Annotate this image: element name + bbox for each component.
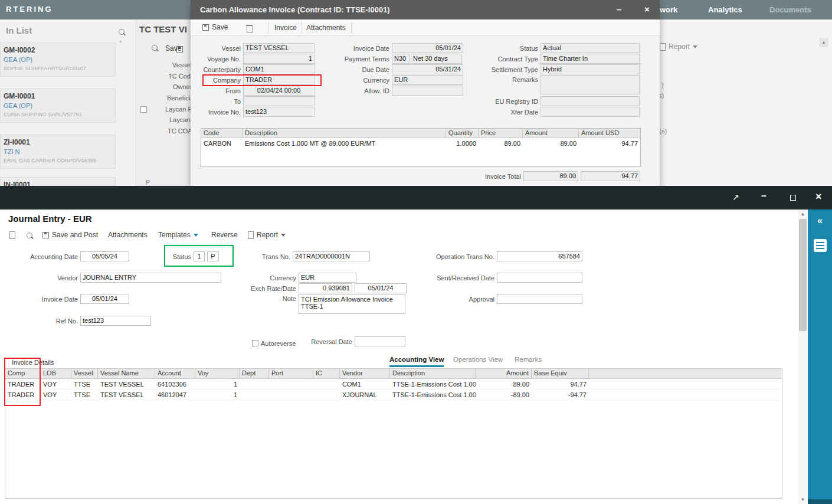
status-flag-input[interactable]: P — [207, 251, 219, 261]
operation-trans-no-input[interactable]: 657584 — [497, 251, 582, 261]
invoice-date-input[interactable]: 05/01/24 — [392, 43, 463, 53]
col-lob[interactable]: LOB — [41, 369, 71, 378]
templates-dropdown[interactable]: Templates — [158, 231, 198, 239]
currency-input[interactable]: EUR — [299, 273, 356, 283]
col-base-equiv[interactable]: Base Equiv — [532, 369, 589, 378]
close-icon[interactable]: × — [644, 4, 650, 14]
vessel-input[interactable]: TEST VESSEL — [243, 43, 315, 53]
reverse-button[interactable]: Reverse — [211, 231, 238, 239]
dialog-titlebar[interactable]: Carbon Allowance Invoice (Contract ID: T… — [191, 0, 660, 19]
exch-rate-input[interactable]: 0.939081 — [299, 283, 352, 293]
col-amount[interactable]: Amount — [476, 369, 532, 378]
due-date-input[interactable]: 05/31/24 — [392, 64, 463, 74]
new-document-icon[interactable] — [9, 231, 15, 239]
note-input[interactable]: TCI Emission Allowance Invoice TTSE-1 — [299, 294, 405, 314]
voyage-no-input[interactable]: 1 — [243, 54, 315, 64]
col-account[interactable]: Account — [155, 369, 195, 378]
exch-date-input[interactable]: 05/01/24 — [355, 283, 407, 293]
search-icon[interactable] — [118, 28, 126, 36]
tab-accounting-view[interactable]: Accounting View — [389, 356, 444, 367]
save-and-post-button[interactable]: Save and Post — [42, 231, 98, 239]
open-in-window-icon[interactable]: ↗ — [732, 192, 739, 202]
col-amount[interactable]: Amount — [523, 129, 579, 138]
minimize-icon[interactable]: – — [761, 191, 767, 201]
journal-titlebar[interactable]: ↗ – × — [0, 186, 832, 210]
form-list-icon[interactable] — [814, 239, 827, 252]
tc-save-button[interactable]: Save — [165, 44, 181, 53]
nav-item-analytics[interactable]: Analytics — [708, 5, 742, 14]
col-vessel[interactable]: Vessel — [71, 369, 98, 378]
save-button[interactable]: Save — [202, 23, 228, 31]
scroll-down-icon[interactable]: ▼ — [798, 497, 808, 502]
tab-remarks[interactable]: Remarks — [515, 356, 542, 365]
bg-scrollbar-track[interactable] — [819, 47, 828, 186]
contract-link[interactable]: TZI N — [4, 148, 113, 155]
from-input[interactable]: 02/04/24 00:00 — [243, 86, 315, 96]
nav-item-work[interactable]: work — [660, 5, 677, 14]
col-comp[interactable]: Comp — [5, 369, 41, 378]
ref-no-input[interactable]: test123 — [80, 316, 151, 326]
col-voy[interactable]: Voy — [195, 369, 240, 378]
tab-invoice[interactable]: Invoice — [274, 24, 297, 32]
close-icon[interactable]: × — [815, 191, 822, 203]
attachments-button[interactable]: Attachments — [108, 231, 148, 239]
to-input[interactable] — [243, 96, 315, 106]
currency-input[interactable]: EUR — [392, 75, 463, 85]
status-input[interactable]: Actual — [541, 43, 640, 53]
list-item[interactable]: ZI-I0001 TZI N ERAL GAS CARRIER CORPO/V5… — [0, 135, 116, 169]
sent-received-date-input[interactable] — [497, 273, 582, 283]
settlement-type-input[interactable]: Hybrid — [541, 64, 640, 74]
col-amount-usd[interactable]: Amount USD — [579, 129, 640, 138]
counterparty-input[interactable]: COM1 — [243, 64, 315, 74]
scrollbar-thumb[interactable] — [799, 219, 807, 331]
status-code-input[interactable]: 1 — [194, 251, 205, 261]
accounting-date-input[interactable]: 05/05/24 — [80, 251, 129, 261]
approval-input[interactable] — [497, 294, 582, 304]
list-item[interactable]: GM-I0001 GEA (OP) CURIA SHIPPING SARL/V5… — [0, 89, 116, 123]
bg-scroll-up-button[interactable]: ▲ — [819, 38, 828, 47]
col-vendor[interactable]: Vendor — [340, 369, 390, 378]
scroll-up-icon[interactable]: ▲ — [798, 211, 808, 217]
search-icon[interactable] — [26, 232, 34, 240]
invoice-no-input[interactable]: test123 — [243, 107, 315, 117]
delete-icon[interactable] — [247, 25, 253, 32]
minimize-icon[interactable]: – — [617, 4, 621, 14]
vertical-scrollbar[interactable]: ▲ ▼ — [798, 210, 808, 504]
col-quantity[interactable]: Quantity — [446, 129, 479, 138]
invoice-date-input[interactable]: 05/01/24 — [80, 294, 129, 304]
reversal-date-input[interactable] — [355, 336, 405, 346]
col-dept[interactable]: Dept — [240, 369, 269, 378]
table-row[interactable]: TRADER VOY TTSE TEST VESSEL 64103306 1 C… — [5, 379, 782, 390]
remarks-input[interactable] — [541, 75, 640, 94]
report-dropdown[interactable]: Report — [660, 42, 697, 51]
list-scroll-up-icon[interactable]: ▲ — [119, 39, 123, 43]
xfer-date-input[interactable] — [541, 107, 640, 117]
contract-type-input[interactable]: Time Charter In — [541, 54, 640, 64]
report-dropdown[interactable]: Report — [248, 231, 286, 239]
tab-operations-view[interactable]: Operations View — [453, 356, 503, 365]
autoreverse-checkbox[interactable] — [252, 340, 258, 346]
col-port[interactable]: Port — [269, 369, 313, 378]
col-description[interactable]: Description — [390, 369, 476, 378]
company-input[interactable]: TRADER — [243, 75, 315, 85]
laycan-from-checkbox[interactable] — [140, 106, 147, 113]
col-vessel-name[interactable]: Vessel Name — [98, 369, 155, 378]
contract-link[interactable]: GEA (OP) — [4, 102, 113, 109]
payment-terms-code-input[interactable]: N30 — [392, 54, 410, 64]
eu-registry-id-input[interactable] — [541, 96, 640, 106]
trans-no-input[interactable]: 24TRAD0000001N — [293, 251, 370, 261]
tc-search-icon[interactable] — [151, 44, 159, 52]
nav-item-documents[interactable]: Documents — [769, 5, 811, 14]
contract-link[interactable]: GEA (OP) — [4, 56, 113, 63]
tab-attachments[interactable]: Attachments — [306, 24, 346, 32]
vendor-input[interactable]: JOURNAL ENTRY — [80, 273, 221, 283]
allow-id-input[interactable] — [392, 86, 463, 96]
table-row[interactable]: TRADER VOY TTSE TEST VESSEL 46012047 1 X… — [5, 390, 782, 400]
col-code[interactable]: Code — [201, 129, 243, 138]
col-ic[interactable]: IC — [313, 369, 340, 378]
col-description[interactable]: Description — [243, 129, 446, 138]
maximize-icon[interactable] — [790, 195, 796, 201]
charges-row[interactable]: CARBON Emissions Cost 1.000 MT @ 89.000 … — [201, 138, 640, 149]
collapse-panel-icon[interactable]: « — [808, 215, 832, 226]
col-price[interactable]: Price — [479, 129, 523, 138]
